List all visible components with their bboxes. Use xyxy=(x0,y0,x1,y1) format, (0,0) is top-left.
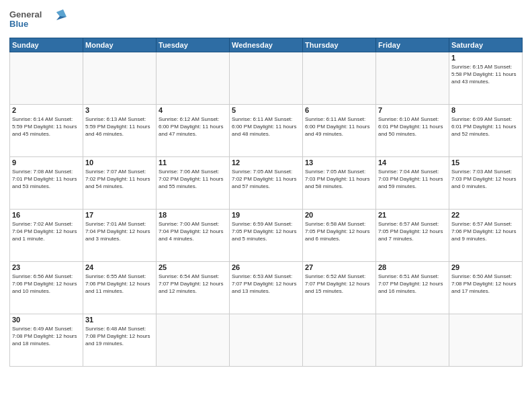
day-info: Sunrise: 6:49 AM Sunset: 7:08 PM Dayligh… xyxy=(12,325,81,348)
calendar-cell: 19Sunrise: 6:59 AM Sunset: 7:05 PM Dayli… xyxy=(230,210,303,262)
calendar-cell xyxy=(303,314,376,367)
day-info: Sunrise: 6:14 AM Sunset: 5:59 PM Dayligh… xyxy=(12,116,81,138)
day-number: 6 xyxy=(305,106,373,114)
day-info: Sunrise: 6:55 AM Sunset: 7:06 PM Dayligh… xyxy=(85,273,154,295)
calendar-cell: 17Sunrise: 7:01 AM Sunset: 7:04 PM Dayli… xyxy=(83,210,157,262)
calendar-cell: 30Sunrise: 6:49 AM Sunset: 7:08 PM Dayli… xyxy=(10,314,83,367)
calendar-cell: 8Sunrise: 6:09 AM Sunset: 6:01 PM Daylig… xyxy=(449,105,523,157)
day-number: 4 xyxy=(159,106,227,114)
calendar-cell xyxy=(376,52,449,105)
day-info: Sunrise: 7:03 AM Sunset: 7:03 PM Dayligh… xyxy=(451,168,520,191)
day-info: Sunrise: 7:02 AM Sunset: 7:04 PM Dayligh… xyxy=(12,220,81,243)
day-number: 20 xyxy=(305,211,373,219)
day-number: 27 xyxy=(305,263,373,271)
calendar-cell: 15Sunrise: 7:03 AM Sunset: 7:03 PM Dayli… xyxy=(449,157,523,210)
day-info: Sunrise: 6:59 AM Sunset: 7:05 PM Dayligh… xyxy=(232,220,300,243)
day-info: Sunrise: 6:11 AM Sunset: 6:00 PM Dayligh… xyxy=(305,116,373,138)
svg-marker-3 xyxy=(56,9,66,17)
calendar-cell xyxy=(449,314,523,367)
day-info: Sunrise: 6:58 AM Sunset: 7:05 PM Dayligh… xyxy=(305,220,373,243)
calendar-cell xyxy=(10,52,83,105)
header: General Blue xyxy=(9,7,523,34)
day-info: Sunrise: 6:56 AM Sunset: 7:06 PM Dayligh… xyxy=(12,273,81,295)
calendar-cell: 16Sunrise: 7:02 AM Sunset: 7:04 PM Dayli… xyxy=(10,210,83,262)
calendar-cell xyxy=(303,52,376,105)
day-number: 11 xyxy=(159,158,227,167)
day-info: Sunrise: 6:57 AM Sunset: 7:06 PM Dayligh… xyxy=(451,220,520,243)
calendar: SundayMondayTuesdayWednesdayThursdayFrid… xyxy=(9,38,523,367)
calendar-cell xyxy=(230,314,303,367)
day-number: 9 xyxy=(12,158,81,167)
day-number: 5 xyxy=(232,106,300,114)
calendar-cell xyxy=(157,52,230,105)
calendar-cell: 18Sunrise: 7:00 AM Sunset: 7:04 PM Dayli… xyxy=(157,210,230,262)
day-info: Sunrise: 7:06 AM Sunset: 7:02 PM Dayligh… xyxy=(159,168,227,191)
calendar-header: SundayMondayTuesdayWednesdayThursdayFrid… xyxy=(10,38,523,52)
day-number: 24 xyxy=(85,263,154,271)
calendar-cell: 9Sunrise: 7:08 AM Sunset: 7:01 PM Daylig… xyxy=(10,157,83,210)
weekday-header-friday: Friday xyxy=(376,38,449,52)
day-info: Sunrise: 6:50 AM Sunset: 7:08 PM Dayligh… xyxy=(451,273,520,295)
day-info: Sunrise: 7:05 AM Sunset: 7:03 PM Dayligh… xyxy=(305,168,373,191)
calendar-cell xyxy=(376,314,449,367)
calendar-cell: 7Sunrise: 6:10 AM Sunset: 6:01 PM Daylig… xyxy=(376,105,449,157)
day-info: Sunrise: 6:57 AM Sunset: 7:05 PM Dayligh… xyxy=(378,220,447,243)
calendar-cell: 2Sunrise: 6:14 AM Sunset: 5:59 PM Daylig… xyxy=(10,105,83,157)
calendar-body: 1Sunrise: 6:15 AM Sunset: 5:58 PM Daylig… xyxy=(10,52,523,367)
day-info: Sunrise: 7:01 AM Sunset: 7:04 PM Dayligh… xyxy=(85,220,154,243)
day-number: 28 xyxy=(378,263,447,271)
calendar-cell: 29Sunrise: 6:50 AM Sunset: 7:08 PM Dayli… xyxy=(449,262,523,314)
day-number: 18 xyxy=(159,211,227,219)
day-number: 21 xyxy=(378,211,447,219)
calendar-cell: 4Sunrise: 6:12 AM Sunset: 6:00 PM Daylig… xyxy=(157,105,230,157)
weekday-header-thursday: Thursday xyxy=(303,38,376,52)
svg-text:General: General xyxy=(9,9,42,19)
week-row-2: 9Sunrise: 7:08 AM Sunset: 7:01 PM Daylig… xyxy=(10,157,523,210)
svg-text:Blue: Blue xyxy=(9,19,28,29)
day-number: 29 xyxy=(451,263,520,271)
day-info: Sunrise: 6:53 AM Sunset: 7:07 PM Dayligh… xyxy=(232,273,300,295)
day-info: Sunrise: 6:09 AM Sunset: 6:01 PM Dayligh… xyxy=(451,116,520,138)
calendar-cell: 6Sunrise: 6:11 AM Sunset: 6:00 PM Daylig… xyxy=(303,105,376,157)
day-info: Sunrise: 6:15 AM Sunset: 5:58 PM Dayligh… xyxy=(451,63,520,86)
week-row-4: 23Sunrise: 6:56 AM Sunset: 7:06 PM Dayli… xyxy=(10,262,523,314)
calendar-cell: 14Sunrise: 7:04 AM Sunset: 7:03 PM Dayli… xyxy=(376,157,449,210)
weekday-header-saturday: Saturday xyxy=(449,38,523,52)
day-info: Sunrise: 7:04 AM Sunset: 7:03 PM Dayligh… xyxy=(378,168,447,191)
week-row-1: 2Sunrise: 6:14 AM Sunset: 5:59 PM Daylig… xyxy=(10,105,523,157)
day-info: Sunrise: 7:07 AM Sunset: 7:02 PM Dayligh… xyxy=(85,168,154,191)
day-info: Sunrise: 6:11 AM Sunset: 6:00 PM Dayligh… xyxy=(232,116,300,138)
calendar-cell: 25Sunrise: 6:54 AM Sunset: 7:07 PM Dayli… xyxy=(157,262,230,314)
day-number: 19 xyxy=(232,211,300,219)
day-info: Sunrise: 6:10 AM Sunset: 6:01 PM Dayligh… xyxy=(378,116,447,138)
day-number: 8 xyxy=(451,106,520,114)
day-number: 26 xyxy=(232,263,300,271)
calendar-cell: 21Sunrise: 6:57 AM Sunset: 7:05 PM Dayli… xyxy=(376,210,449,262)
day-number: 15 xyxy=(451,158,520,167)
weekday-header-monday: Monday xyxy=(83,38,157,52)
day-number: 2 xyxy=(12,106,81,114)
day-info: Sunrise: 6:54 AM Sunset: 7:07 PM Dayligh… xyxy=(159,273,227,295)
day-info: Sunrise: 6:13 AM Sunset: 5:59 PM Dayligh… xyxy=(85,116,154,138)
calendar-cell: 13Sunrise: 7:05 AM Sunset: 7:03 PM Dayli… xyxy=(303,157,376,210)
day-info: Sunrise: 6:12 AM Sunset: 6:00 PM Dayligh… xyxy=(159,116,227,138)
weekday-header-wednesday: Wednesday xyxy=(230,38,303,52)
day-info: Sunrise: 6:52 AM Sunset: 7:07 PM Dayligh… xyxy=(305,273,373,295)
page: General Blue SundayMondayTuesdayWednesda… xyxy=(0,0,532,373)
calendar-cell: 5Sunrise: 6:11 AM Sunset: 6:00 PM Daylig… xyxy=(230,105,303,157)
week-row-0: 1Sunrise: 6:15 AM Sunset: 5:58 PM Daylig… xyxy=(10,52,523,105)
day-number: 30 xyxy=(12,316,81,324)
calendar-cell: 12Sunrise: 7:05 AM Sunset: 7:02 PM Dayli… xyxy=(230,157,303,210)
day-number: 22 xyxy=(451,211,520,219)
day-info: Sunrise: 6:51 AM Sunset: 7:07 PM Dayligh… xyxy=(378,273,447,295)
calendar-cell: 24Sunrise: 6:55 AM Sunset: 7:06 PM Dayli… xyxy=(83,262,157,314)
calendar-cell: 27Sunrise: 6:52 AM Sunset: 7:07 PM Dayli… xyxy=(303,262,376,314)
calendar-cell: 1Sunrise: 6:15 AM Sunset: 5:58 PM Daylig… xyxy=(449,52,523,105)
logo-icon: General Blue xyxy=(9,7,70,34)
day-info: Sunrise: 7:08 AM Sunset: 7:01 PM Dayligh… xyxy=(12,168,81,191)
day-number: 31 xyxy=(85,316,154,324)
day-number: 16 xyxy=(12,211,81,219)
calendar-cell: 22Sunrise: 6:57 AM Sunset: 7:06 PM Dayli… xyxy=(449,210,523,262)
day-number: 25 xyxy=(159,263,227,271)
weekday-header-tuesday: Tuesday xyxy=(157,38,230,52)
